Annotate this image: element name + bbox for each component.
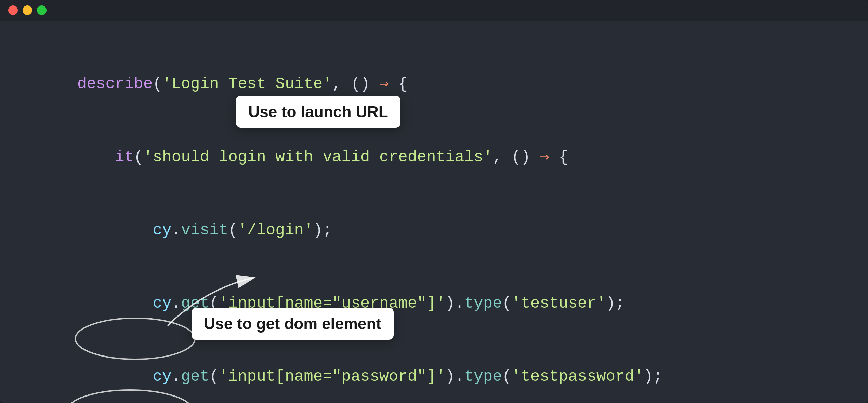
code-token: ).	[445, 295, 464, 312]
code-token: 'should login with valid creden	[143, 148, 436, 166]
code-token: 'testpassword'	[512, 368, 644, 386]
tooltip-launch-url: Use to launch URL	[236, 96, 400, 128]
code-token: visit	[181, 221, 228, 239]
code-token: ).	[445, 368, 464, 386]
code-token: 'input[name="password"]'	[219, 368, 446, 386]
code-token	[77, 295, 153, 312]
code-line-5: cy.get('input[name="password"]').type('t…	[21, 340, 847, 403]
code-token: (	[502, 368, 512, 386]
code-token: , ()	[332, 75, 379, 93]
app-window: describe('Login Test Suite', () ⇒ { it('…	[0, 0, 868, 403]
code-token: it	[115, 148, 134, 166]
code-token: (	[228, 221, 238, 239]
code-token: type	[464, 295, 502, 312]
code-token	[77, 221, 153, 239]
tooltip-launch-url-text: Use to launch URL	[248, 103, 388, 121]
code-token: get	[181, 368, 209, 386]
close-button[interactable]	[8, 5, 18, 15]
code-token: '/login'	[238, 221, 313, 239]
code-token: , ()	[492, 148, 540, 166]
code-token: .	[172, 221, 181, 239]
code-token: {	[389, 75, 408, 93]
code-line-4: cy.get('input[name="username"]').type('t…	[21, 267, 847, 340]
code-token: ⇒	[379, 75, 389, 93]
code-line-2: it('should login with valid credentials'…	[21, 121, 847, 194]
code-token: );	[644, 368, 662, 386]
code-token: .	[172, 295, 181, 312]
code-area: describe('Login Test Suite', () ⇒ { it('…	[0, 21, 868, 403]
code-token	[77, 148, 115, 166]
code-line-3: cy.visit('/login');	[21, 194, 847, 267]
code-token: (	[209, 368, 219, 386]
code-token: 'testuser'	[512, 295, 606, 312]
tooltip-get-dom-text: Use to get dom element	[204, 315, 381, 333]
titlebar	[0, 0, 868, 21]
code-token: .	[172, 368, 181, 386]
code-token: (	[134, 148, 143, 166]
code-token: ⇒	[540, 148, 549, 166]
minimize-button[interactable]	[23, 5, 32, 15]
code-token: describe	[77, 75, 153, 93]
code-token: {	[549, 148, 568, 166]
maximize-button[interactable]	[37, 5, 47, 15]
code-token: );	[606, 295, 625, 312]
code-token: cy	[153, 295, 171, 312]
code-token: tials'	[436, 148, 493, 166]
code-token: (	[502, 295, 512, 312]
code-token	[77, 368, 153, 386]
code-token: 'Login Test Suite'	[162, 75, 332, 93]
code-token: );	[313, 221, 332, 239]
code-token: type	[464, 368, 502, 386]
code-token: cy	[153, 221, 171, 239]
code-line-1: describe('Login Test Suite', () ⇒ {	[21, 48, 847, 121]
tooltip-get-dom: Use to get dom element	[192, 308, 394, 340]
code-token: (	[153, 75, 162, 93]
code-token: cy	[153, 368, 171, 386]
